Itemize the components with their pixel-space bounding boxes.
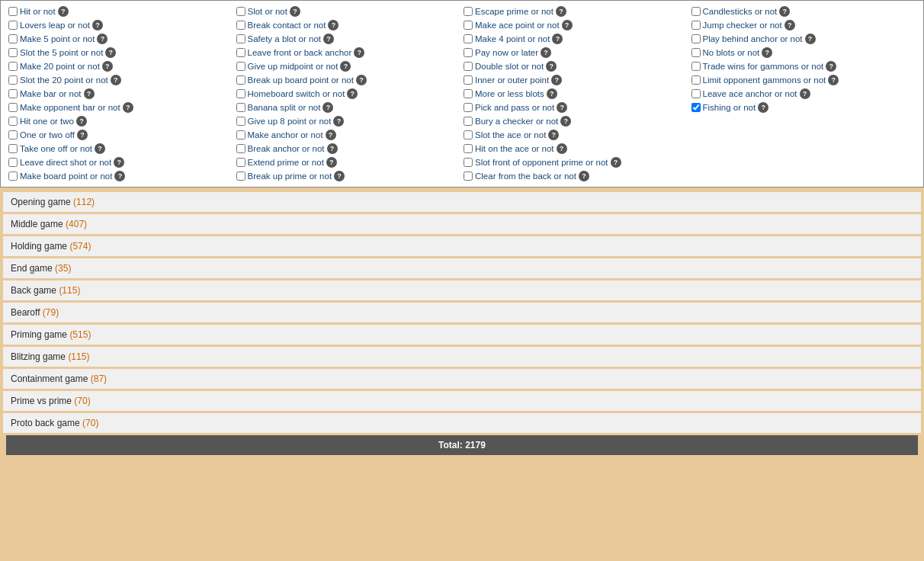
label-leave-front-or-back-anchor[interactable]: Leave front or back anchor xyxy=(248,48,352,57)
label-fishing-or-not[interactable]: Fishing or not xyxy=(703,103,756,112)
help-icon-lovers-leap-or-not[interactable]: ? xyxy=(92,20,103,30)
label-make-5-point-or-not[interactable]: Make 5 point or not xyxy=(20,34,95,43)
checkbox-slot-the-20-point-or-not[interactable] xyxy=(8,75,18,85)
checkbox-break-up-board-point-or-not[interactable] xyxy=(236,75,245,85)
label-make-opponent-bar-or-not[interactable]: Make opponent bar or not xyxy=(20,103,120,112)
checkbox-pay-now-or-later[interactable] xyxy=(464,48,473,57)
list-item-prime-vs-prime[interactable]: Prime vs prime (70) xyxy=(3,391,921,411)
checkbox-leave-ace-anchor-or-not[interactable] xyxy=(691,89,701,98)
help-icon-make-ace-point-or-not[interactable]: ? xyxy=(562,20,573,30)
list-item-blitzing-game[interactable]: Blitzing game (115) xyxy=(3,347,921,367)
list-item-bearoff[interactable]: Bearoff (79) xyxy=(3,303,921,322)
label-limit-opponent-gammons-or-not[interactable]: Limit opponent gammons or not xyxy=(703,75,826,85)
list-item-holding-game[interactable]: Holding game (574) xyxy=(3,236,921,256)
label-escape-prime-or-not[interactable]: Escape prime or not xyxy=(475,7,553,16)
checkbox-clear-from-the-back-or-not[interactable] xyxy=(464,172,473,181)
help-icon-break-contact-or-not[interactable]: ? xyxy=(328,20,338,30)
help-icon-jump-checker-or-not[interactable]: ? xyxy=(784,20,795,30)
checkbox-make-bar-or-not[interactable] xyxy=(8,89,18,98)
help-icon-take-one-off-or-not[interactable]: ? xyxy=(95,143,105,154)
help-icon-trade-wins-for-gammons-or-not[interactable]: ? xyxy=(826,61,836,72)
help-icon-double-slot-or-not[interactable]: ? xyxy=(546,61,557,72)
list-item-containment-game[interactable]: Containment game (87) xyxy=(3,369,921,389)
list-item-end-game[interactable]: End game (35) xyxy=(3,258,921,278)
help-icon-no-blots-or-not[interactable]: ? xyxy=(762,47,772,58)
label-leave-direct-shot-or-not[interactable]: Leave direct shot or not xyxy=(20,158,111,167)
checkbox-hit-one-or-two[interactable] xyxy=(8,117,18,126)
checkbox-candlesticks-or-not[interactable] xyxy=(691,7,701,16)
checkbox-break-contact-or-not[interactable] xyxy=(236,21,245,30)
help-icon-pick-and-pass-or-not[interactable]: ? xyxy=(557,102,567,113)
label-inner-or-outer-point[interactable]: Inner or outer point xyxy=(475,75,549,85)
checkbox-bury-a-checker-or-not[interactable] xyxy=(464,117,473,126)
label-break-up-board-point-or-not[interactable]: Break up board point or not xyxy=(248,75,354,85)
help-icon-candlesticks-or-not[interactable]: ? xyxy=(779,6,790,17)
checkbox-inner-or-outer-point[interactable] xyxy=(464,75,473,85)
checkbox-limit-opponent-gammons-or-not[interactable] xyxy=(691,75,701,85)
label-pick-and-pass-or-not[interactable]: Pick and pass or not xyxy=(475,103,554,112)
label-make-4-point-or-not[interactable]: Make 4 point or not xyxy=(475,34,550,43)
label-make-20-point-or-not[interactable]: Make 20 point or not xyxy=(20,62,100,71)
checkbox-break-anchor-or-not[interactable] xyxy=(236,144,245,153)
help-icon-hit-or-not[interactable]: ? xyxy=(58,6,69,17)
checkbox-safety-a-blot-or-not[interactable] xyxy=(236,34,245,43)
help-icon-hit-one-or-two[interactable]: ? xyxy=(76,116,87,127)
checkbox-break-up-prime-or-not[interactable] xyxy=(236,172,245,181)
checkbox-escape-prime-or-not[interactable] xyxy=(464,7,473,16)
checkbox-jump-checker-or-not[interactable] xyxy=(691,21,701,30)
help-icon-make-board-point-or-not[interactable]: ? xyxy=(114,171,125,181)
label-banana-split-or-not[interactable]: Banana split or not xyxy=(248,103,321,112)
checkbox-homeboard-switch-or-not[interactable] xyxy=(236,89,245,98)
help-icon-banana-split-or-not[interactable]: ? xyxy=(322,102,333,113)
help-icon-inner-or-outer-point[interactable]: ? xyxy=(551,75,562,85)
label-slot-the-20-point-or-not[interactable]: Slot the 20 point or not xyxy=(20,75,108,85)
help-icon-break-anchor-or-not[interactable]: ? xyxy=(327,143,338,154)
label-break-anchor-or-not[interactable]: Break anchor or not xyxy=(248,144,325,153)
label-hit-one-or-two[interactable]: Hit one or two xyxy=(20,117,74,126)
label-safety-a-blot-or-not[interactable]: Safety a blot or not xyxy=(248,34,322,43)
checkbox-make-ace-point-or-not[interactable] xyxy=(464,21,473,30)
checkbox-one-or-two-off[interactable] xyxy=(8,130,18,139)
checkbox-play-behind-anchor-or-not[interactable] xyxy=(691,34,701,43)
help-icon-pay-now-or-later[interactable]: ? xyxy=(541,47,551,58)
checkbox-fishing-or-not[interactable] xyxy=(691,103,701,112)
label-clear-from-the-back-or-not[interactable]: Clear from the back or not xyxy=(475,172,576,181)
label-slot-or-not[interactable]: Slot or not xyxy=(248,7,287,16)
help-icon-fishing-or-not[interactable]: ? xyxy=(758,102,768,113)
help-icon-slot-front-of-opponent-prime-or-not[interactable]: ? xyxy=(611,157,621,168)
label-play-behind-anchor-or-not[interactable]: Play behind anchor or not xyxy=(703,34,803,43)
label-homeboard-switch-or-not[interactable]: Homeboard switch or not xyxy=(248,89,345,98)
checkbox-make-4-point-or-not[interactable] xyxy=(464,34,473,43)
label-trade-wins-for-gammons-or-not[interactable]: Trade wins for gammons or not xyxy=(703,62,824,71)
label-take-one-off-or-not[interactable]: Take one off or not xyxy=(20,144,92,153)
label-give-up-8-point-or-not[interactable]: Give up 8 point or not xyxy=(248,117,332,126)
checkbox-take-one-off-or-not[interactable] xyxy=(8,144,18,153)
help-icon-slot-the-20-point-or-not[interactable]: ? xyxy=(111,75,121,85)
checkbox-slot-front-of-opponent-prime-or-not[interactable] xyxy=(464,158,473,167)
label-candlesticks-or-not[interactable]: Candlesticks or not xyxy=(703,7,778,16)
checkbox-slot-the-ace-or-not[interactable] xyxy=(464,130,473,139)
help-icon-make-5-point-or-not[interactable]: ? xyxy=(97,34,107,44)
help-icon-make-20-point-or-not[interactable]: ? xyxy=(102,61,113,72)
list-item-opening-game[interactable]: Opening game (112) xyxy=(3,192,921,212)
help-icon-play-behind-anchor-or-not[interactable]: ? xyxy=(805,34,816,44)
checkbox-pick-and-pass-or-not[interactable] xyxy=(464,103,473,112)
help-icon-make-4-point-or-not[interactable]: ? xyxy=(552,34,563,44)
label-extend-prime-or-not[interactable]: Extend prime or not xyxy=(248,158,324,167)
label-break-contact-or-not[interactable]: Break contact or not xyxy=(248,21,326,30)
checkbox-lovers-leap-or-not[interactable] xyxy=(8,21,18,30)
help-icon-give-up-8-point-or-not[interactable]: ? xyxy=(333,116,344,127)
help-icon-homeboard-switch-or-not[interactable]: ? xyxy=(347,88,358,99)
checkbox-hit-on-the-ace-or-not[interactable] xyxy=(464,144,473,153)
checkbox-make-opponent-bar-or-not[interactable] xyxy=(8,103,18,112)
list-item-back-game[interactable]: Back game (115) xyxy=(3,280,921,300)
list-item-priming-game[interactable]: Priming game (515) xyxy=(3,325,921,345)
help-icon-slot-the-5-point-or-not[interactable]: ? xyxy=(105,47,116,58)
label-no-blots-or-not[interactable]: No blots or not xyxy=(703,48,760,57)
label-give-up-midpoint-or-not[interactable]: Give up midpoint or not xyxy=(248,62,338,71)
help-icon-leave-direct-shot-or-not[interactable]: ? xyxy=(114,157,124,168)
help-icon-break-up-prime-or-not[interactable]: ? xyxy=(334,171,345,181)
label-one-or-two-off[interactable]: One or two off xyxy=(20,130,75,139)
checkbox-make-board-point-or-not[interactable] xyxy=(8,172,18,181)
help-icon-slot-the-ace-or-not[interactable]: ? xyxy=(548,130,559,140)
